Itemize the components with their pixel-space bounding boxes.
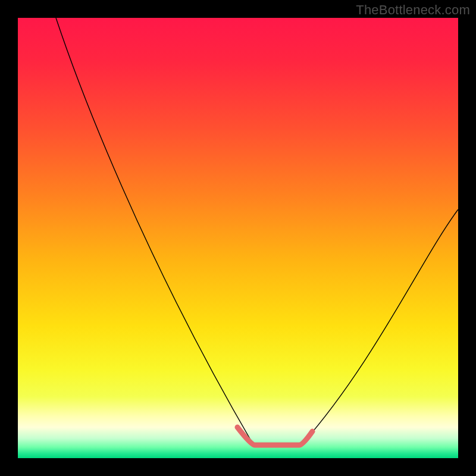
gradient-background [18,18,458,458]
bottleneck-chart [18,18,458,458]
watermark-text: TheBottleneck.com [356,2,470,18]
chart-frame: TheBottleneck.com [0,0,476,476]
